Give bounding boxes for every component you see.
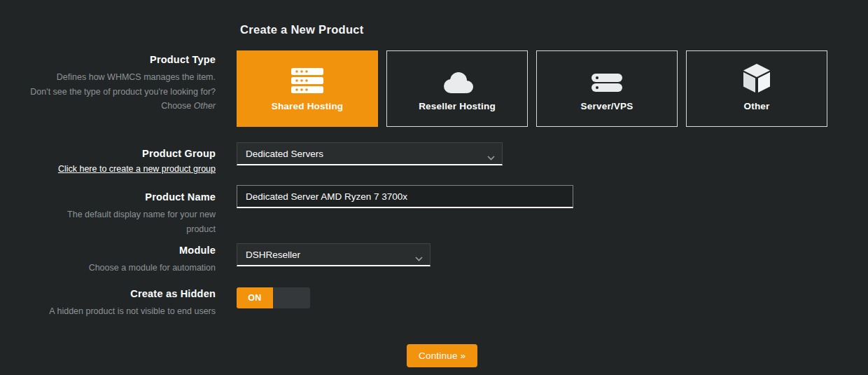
module-label-block: Module Choose a module for automation xyxy=(20,245,216,275)
product-type-help-line2: Don't see the type of product you're loo… xyxy=(30,87,216,111)
product-group-select[interactable]: Dedicated Servers xyxy=(237,142,503,165)
cube-icon xyxy=(741,67,772,95)
card-label: Reseller Hosting xyxy=(419,101,496,111)
card-other[interactable]: Other xyxy=(686,50,827,127)
product-group-label: Product Group xyxy=(20,148,216,159)
toggle-on-segment: ON xyxy=(237,287,273,308)
create-hidden-toggle[interactable]: ON xyxy=(237,287,310,308)
product-type-help: Defines how WHMCS manages the item. Don'… xyxy=(20,70,216,114)
card-shared-hosting[interactable]: Shared Hosting xyxy=(237,50,378,127)
product-type-help-line1: Defines how WHMCS manages the item. xyxy=(57,72,216,82)
card-label: Other xyxy=(743,101,769,111)
product-group-label-block: Product Group Click here to create a new… xyxy=(20,148,216,175)
chevron-down-icon xyxy=(415,253,423,264)
continue-button[interactable]: Continue » xyxy=(407,344,477,367)
create-hidden-help: A hidden product is not visible to end u… xyxy=(20,304,216,319)
product-name-help: The default display name for your new pr… xyxy=(20,207,216,236)
server-icon xyxy=(589,67,624,95)
product-type-options: Shared Hosting Reseller Hosting xyxy=(237,50,827,127)
create-hidden-label: Create as Hidden xyxy=(20,288,216,299)
servers-icon xyxy=(291,67,323,95)
product-name-label: Product Name xyxy=(20,191,216,203)
create-group-link[interactable]: Click here to create a new product group xyxy=(58,164,216,174)
product-type-help-em: Other xyxy=(194,101,216,111)
card-reseller-hosting[interactable]: Reseller Hosting xyxy=(386,50,528,127)
product-name-label-block: Product Name The default display name fo… xyxy=(20,191,216,236)
module-label: Module xyxy=(20,245,216,256)
module-value: DSHReseller xyxy=(246,250,300,260)
product-name-input[interactable] xyxy=(237,185,573,208)
card-label: Shared Hosting xyxy=(272,101,344,111)
product-group-value: Dedicated Servers xyxy=(246,149,323,159)
cloud-icon xyxy=(439,67,475,95)
chevron-down-icon xyxy=(487,152,495,163)
card-server-vps[interactable]: Server/VPS xyxy=(536,50,678,127)
card-label: Server/VPS xyxy=(581,101,634,111)
product-type-label: Product Type xyxy=(20,54,216,65)
toggle-off-segment xyxy=(273,287,310,308)
product-type-label-block: Product Type Defines how WHMCS manages t… xyxy=(20,54,216,114)
module-help: Choose a module for automation xyxy=(20,261,216,275)
create-hidden-label-block: Create as Hidden A hidden product is not… xyxy=(20,288,216,319)
page-title: Create a New Product xyxy=(240,23,364,36)
module-select[interactable]: DSHReseller xyxy=(237,243,430,266)
